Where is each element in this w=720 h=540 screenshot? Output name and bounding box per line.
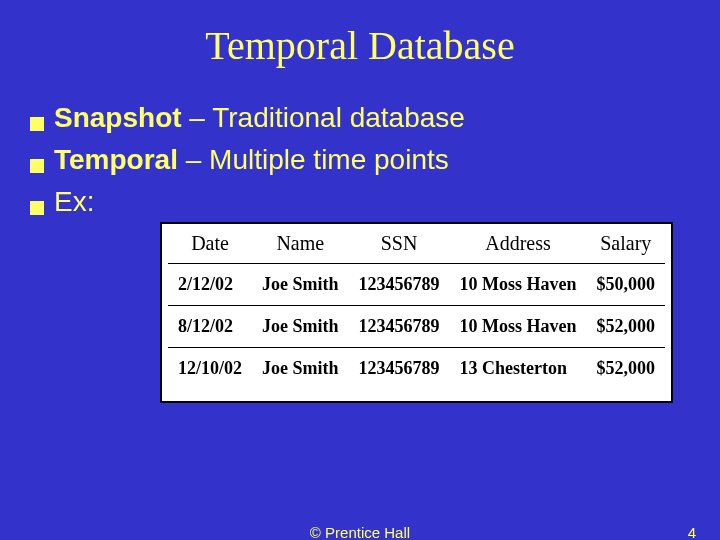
bullet-rest: Ex: bbox=[54, 186, 94, 217]
bullet-list: Snapshot – Traditional database Temporal… bbox=[30, 99, 690, 220]
cell-address: 10 Moss Haven bbox=[450, 264, 587, 306]
bullet-rest: – Multiple time points bbox=[178, 144, 449, 175]
page-number: 4 bbox=[688, 524, 696, 540]
slide-content: Snapshot – Traditional database Temporal… bbox=[0, 69, 720, 407]
bullet-bold: Temporal bbox=[54, 144, 178, 175]
example-table-border: Date Name SSN Address Salary 2/12/02 Joe… bbox=[160, 222, 673, 403]
cell-ssn: 123456789 bbox=[349, 264, 450, 306]
table-row: 2/12/02 Joe Smith 123456789 10 Moss Have… bbox=[168, 264, 665, 306]
copyright-text: © Prentice Hall bbox=[310, 524, 410, 540]
slide-title: Temporal Database bbox=[0, 0, 720, 69]
bullet-rest: – Traditional database bbox=[182, 102, 465, 133]
bullet-square-icon bbox=[30, 201, 44, 215]
table-row: 12/10/02 Joe Smith 123456789 13 Chestert… bbox=[168, 348, 665, 390]
col-salary: Salary bbox=[587, 224, 666, 264]
cell-date: 12/10/02 bbox=[168, 348, 252, 390]
cell-salary: $52,000 bbox=[587, 306, 666, 348]
bullet-square-icon bbox=[30, 117, 44, 131]
bullet-text: Ex: bbox=[54, 183, 94, 221]
bullet-item: Ex: bbox=[30, 183, 690, 221]
cell-name: Joe Smith bbox=[252, 264, 349, 306]
cell-ssn: 123456789 bbox=[349, 306, 450, 348]
cell-salary: $52,000 bbox=[587, 348, 666, 390]
example-table-wrap: Date Name SSN Address Salary 2/12/02 Joe… bbox=[160, 222, 690, 407]
bullet-bold: Snapshot bbox=[54, 102, 182, 133]
bullet-item: Snapshot – Traditional database bbox=[30, 99, 690, 137]
table-head: Date Name SSN Address Salary bbox=[168, 224, 665, 264]
bullet-text: Temporal – Multiple time points bbox=[54, 141, 449, 179]
table-row: 8/12/02 Joe Smith 123456789 10 Moss Have… bbox=[168, 306, 665, 348]
example-table: Date Name SSN Address Salary 2/12/02 Joe… bbox=[168, 224, 665, 389]
col-date: Date bbox=[168, 224, 252, 264]
cell-address: 10 Moss Haven bbox=[450, 306, 587, 348]
table-body: 2/12/02 Joe Smith 123456789 10 Moss Have… bbox=[168, 264, 665, 390]
cell-salary: $50,000 bbox=[587, 264, 666, 306]
cell-address: 13 Chesterton bbox=[450, 348, 587, 390]
bullet-item: Temporal – Multiple time points bbox=[30, 141, 690, 179]
col-name: Name bbox=[252, 224, 349, 264]
cell-name: Joe Smith bbox=[252, 348, 349, 390]
cell-name: Joe Smith bbox=[252, 306, 349, 348]
bullet-square-icon bbox=[30, 159, 44, 173]
col-address: Address bbox=[450, 224, 587, 264]
cell-date: 2/12/02 bbox=[168, 264, 252, 306]
table-header-row: Date Name SSN Address Salary bbox=[168, 224, 665, 264]
col-ssn: SSN bbox=[349, 224, 450, 264]
bullet-text: Snapshot – Traditional database bbox=[54, 99, 465, 137]
cell-ssn: 123456789 bbox=[349, 348, 450, 390]
cell-date: 8/12/02 bbox=[168, 306, 252, 348]
